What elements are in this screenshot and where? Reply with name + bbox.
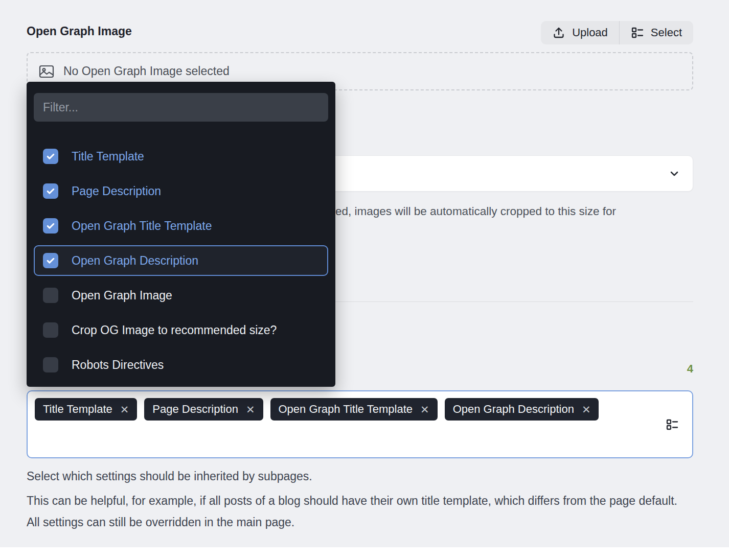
dropdown-item[interactable]: Title Template	[34, 141, 328, 172]
select-list-icon	[666, 418, 679, 431]
tag-list: Title Template ✕ Page Description ✕ Open…	[35, 398, 644, 421]
dropdown-item[interactable]: Robots Directives	[34, 349, 328, 380]
dropdown-item-list: Title Template Page Description Open Gra…	[34, 141, 328, 380]
checkbox-icon[interactable]	[43, 149, 58, 164]
dropdown-item-label: Open Graph Title Template	[72, 219, 212, 233]
tag-remove-icon[interactable]: ✕	[120, 404, 129, 415]
dropzone-text: No Open Graph Image selected	[63, 64, 230, 78]
checkbox-icon[interactable]	[43, 288, 58, 303]
tag-remove-icon[interactable]: ✕	[420, 404, 429, 415]
tag-remove-icon[interactable]: ✕	[582, 404, 591, 415]
dropdown-item-label: Open Graph Image	[72, 289, 172, 302]
upload-button-label: Upload	[572, 26, 608, 39]
dropdown-item-label: Robots Directives	[72, 358, 164, 372]
inherit-settings-dropdown-panel: Title Template Page Description Open Gra…	[27, 82, 335, 387]
filter-input[interactable]	[34, 93, 328, 122]
select-button[interactable]: Select	[620, 21, 693, 44]
checkbox-icon[interactable]	[43, 183, 58, 199]
dropdown-item[interactable]: Page Description	[34, 176, 328, 206]
select-button-label: Select	[651, 26, 682, 39]
checkbox-icon[interactable]	[43, 322, 58, 338]
dropdown-item-label: Title Template	[72, 150, 144, 164]
dropdown-item[interactable]: Open Graph Title Template	[34, 211, 328, 241]
upload-icon	[552, 26, 565, 39]
selected-tag: Page Description ✕	[144, 398, 263, 421]
selected-tag: Title Template ✕	[35, 398, 137, 421]
tag-remove-icon[interactable]: ✕	[246, 404, 255, 415]
checkbox-icon[interactable]	[43, 357, 58, 372]
checkbox-icon[interactable]	[43, 218, 58, 234]
dropdown-item[interactable]: Open Graph Description	[34, 245, 328, 276]
field-instructions-line2: This can be helpful, for example, if all…	[27, 490, 691, 533]
dropdown-item-label: Page Description	[72, 184, 161, 198]
chevron-down-icon	[667, 167, 681, 181]
checkbox-icon[interactable]	[43, 253, 58, 268]
field-instructions-line1: Select which settings should be inherite…	[27, 470, 312, 483]
upload-button[interactable]: Upload	[541, 21, 619, 44]
page-title: Open Graph Image	[27, 25, 132, 38]
inherit-settings-field[interactable]: Title Template ✕ Page Description ✕ Open…	[27, 390, 693, 458]
dropdown-item[interactable]: Crop OG Image to recommended size?	[34, 315, 328, 345]
image-icon	[39, 65, 54, 78]
tag-label: Open Graph Title Template	[279, 403, 413, 416]
page: Open Graph Image Upload	[0, 0, 729, 560]
select-list-icon	[631, 26, 644, 39]
tag-label: Page Description	[152, 403, 238, 416]
selected-tag: Open Graph Description ✕	[445, 398, 599, 421]
tag-label: Open Graph Description	[453, 403, 574, 416]
bottom-strip	[0, 547, 729, 560]
dropdown-item-label: Open Graph Description	[72, 254, 198, 268]
dropdown-item[interactable]: Open Graph Image	[34, 280, 328, 311]
asset-toolbar: Upload Select	[541, 21, 693, 44]
dropdown-item-label: Crop OG Image to recommended size?	[72, 323, 277, 337]
crop-help-text: ed, images will be automatically cropped…	[335, 205, 616, 218]
tag-label: Title Template	[43, 403, 112, 416]
selection-count-badge: 4	[687, 362, 693, 376]
selected-tag: Open Graph Title Template ✕	[270, 398, 438, 421]
